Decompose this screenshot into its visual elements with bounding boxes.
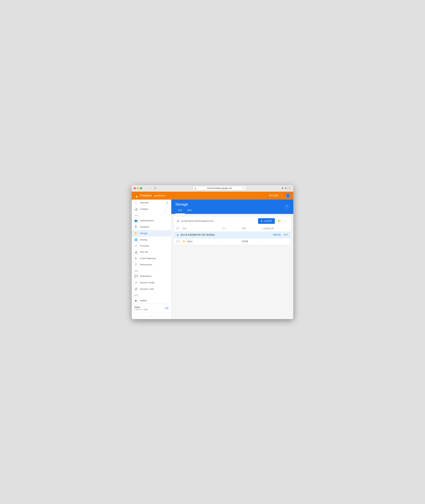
storage-icon: 📁 [134, 232, 137, 235]
sidebar-item-authentication[interactable]: 👥 Authentication [132, 217, 171, 224]
refresh-icon[interactable]: ↻ [243, 187, 244, 189]
security-alert: ★ 默认安全规则要求用户进行身份验证 了解详情 关闭 [174, 232, 291, 238]
sidebar-authentication-label: Authentication [140, 219, 153, 222]
docs-link[interactable]: 转到文档 [269, 194, 278, 197]
sidebar-admob-label: AdMob [140, 299, 147, 302]
sidebar-bottom: Spark 0 美元/月（免费） 升级 [132, 304, 171, 313]
file-name[interactable]: 📁 2017/ [182, 240, 222, 243]
firebase-logo: 🔥 Firebase [134, 194, 152, 198]
content: Storage 文件 规则 ? 🔗 gs://growth15-a8c59.ap… [171, 200, 293, 319]
upload-button[interactable]: ⬆ 上传文件 [258, 218, 275, 224]
section-label-earn: 获利 [132, 292, 171, 297]
functions-icon: {} [134, 245, 137, 247]
sidebar-crash-label: Crash Reporting [140, 257, 156, 260]
help-button[interactable]: ? [285, 204, 289, 209]
sidebar-item-overview[interactable]: ⌂ Overview ⚙ [132, 200, 171, 206]
table-header: 名称 大小 类型 上次修改日期 [174, 225, 291, 232]
alert-close-button[interactable]: 关闭 [283, 233, 288, 236]
sidebar-item-functions[interactable]: {} Functions [132, 243, 171, 249]
sidebar-database-label: Database [140, 226, 149, 228]
file-checkbox[interactable] [177, 240, 179, 243]
section-label-develop: 开发 [132, 212, 171, 217]
close-button[interactable] [134, 187, 136, 189]
maximize-button[interactable] [140, 187, 142, 189]
sidebar-item-storage[interactable]: 📁 Storage [132, 230, 171, 236]
sidebar-item-dynamic-links[interactable]: 🔗 Dynamic Links [132, 286, 171, 292]
sidebar-performance-label: Performance [140, 263, 152, 266]
main-layout: ⌂ Overview ⚙ 📊 Analytics 开发 👥 Authentica… [132, 200, 293, 319]
settings-icon[interactable]: ⚙ [166, 201, 168, 204]
new-tab-button[interactable]: + [288, 187, 291, 190]
sidebar-item-testlab[interactable]: 🔬 Test Lab [132, 249, 171, 255]
upload-label: 上传文件 [264, 220, 272, 223]
sidebar-analytics-label: Analytics [140, 208, 149, 210]
sidebar-overview-label: Overview [140, 201, 149, 204]
share-button[interactable]: ⬆ [281, 187, 284, 190]
path-icon: 🔗 [177, 220, 179, 222]
sidebar-item-analytics[interactable]: 📊 Analytics [132, 206, 171, 212]
spark-price: 0 美元/月（免费） [134, 308, 149, 311]
notifications-icon: 💬 [134, 275, 137, 278]
avatar[interactable]: 👤 [285, 193, 291, 198]
chevron-down-icon: ▾ [165, 195, 166, 197]
sidebar-storage-label: Storage [140, 232, 147, 235]
more-icon: ⋮ [284, 219, 287, 223]
project-selector[interactable]: growth15 ▾ [154, 194, 166, 197]
tab-rules[interactable]: 规则 [185, 207, 194, 214]
more-options-button[interactable]: ⋮ [284, 219, 288, 223]
alert-text: 默认安全规则要求用户进行身份验证 [181, 233, 272, 236]
titlebar-actions: ⬆ ⧉ + [281, 187, 291, 190]
admob-icon: ◉ [134, 299, 137, 302]
sidebar-notifications-label: Notifications [140, 275, 152, 277]
dynamic-links-icon: 🔗 [134, 288, 137, 291]
storage-path: gs://growth15-a8c59.appspot.com [181, 220, 256, 222]
remote-config-icon: ↺ [134, 281, 137, 284]
sidebar-functions-label: Functions [140, 245, 149, 247]
add-folder-icon: 📁 [278, 219, 281, 223]
sidebar-item-hosting[interactable]: 🌐 Hosting [132, 236, 171, 243]
back-button[interactable]: ‹ [146, 187, 148, 190]
section-label-grow: 发展 [132, 268, 171, 273]
topbar-more-icon[interactable]: ⋮ [280, 194, 283, 198]
project-name: growth15 [154, 194, 164, 197]
forward-button[interactable]: › [149, 187, 152, 190]
header-type: 类型 [242, 227, 262, 230]
sidebar-item-admob[interactable]: ◉ AdMob [132, 297, 171, 304]
spark-info: Spark 0 美元/月（免费） [134, 306, 149, 311]
page-title: Storage [175, 200, 194, 207]
address-bar[interactable]: 🔒 console.firebase.google.com ↻ [193, 186, 246, 190]
tab-files[interactable]: 文件 [175, 207, 185, 214]
storage-toolbar: 🔗 gs://growth15-a8c59.appspot.com ⬆ 上传文件… [174, 216, 291, 225]
firebase-icon: 🔥 [134, 194, 139, 198]
header-name: 名称 [182, 227, 222, 230]
row-checkbox [177, 240, 182, 243]
add-folder-button[interactable]: 📁 [277, 219, 282, 223]
sidebar-item-database[interactable]: 🗄 Database [132, 224, 171, 230]
file-table: 名称 大小 类型 上次修改日期 ★ 默认安全规则要求用户进行身份验证 了解详情 … [174, 225, 291, 245]
nav-buttons: ‹ › [146, 187, 152, 190]
analytics-icon: 📊 [134, 208, 137, 211]
sidebar-item-performance[interactable]: ⏱ Performance [132, 262, 171, 268]
sidebar-hosting-label: Hosting [140, 238, 147, 241]
star-icon: ★ [177, 233, 179, 236]
sidebar-item-notifications[interactable]: 💬 Notifications [132, 273, 171, 279]
sidebar-dynamic-links-label: Dynamic Links [140, 288, 154, 290]
upgrade-button[interactable]: 升级 [165, 307, 168, 310]
file-type: 文件夹 [242, 240, 262, 243]
learn-more-link[interactable]: 了解详情 [272, 233, 281, 236]
crash-icon: ⚙ [134, 257, 137, 260]
collapse-button[interactable]: ‹ [132, 313, 171, 319]
page-header-left: Storage 文件 规则 [175, 200, 194, 214]
minimize-button[interactable] [137, 187, 139, 189]
performance-icon: ⏱ [134, 263, 137, 266]
avatar-icon: 👤 [286, 194, 290, 197]
duplicate-button[interactable]: ⧉ [285, 187, 287, 190]
sidebar-item-remote-config[interactable]: ↺ Remote Config [132, 279, 171, 286]
header-modified: 上次修改日期 [262, 227, 288, 230]
app: 🔥 Firebase growth15 ▾ 转到文档 ⋮ 👤 ⌂ Overvie… [132, 192, 293, 319]
spark-plan: Spark [134, 306, 149, 308]
view-button[interactable]: ⊡ [153, 187, 157, 190]
select-all-checkbox[interactable] [177, 227, 179, 229]
sidebar-item-crash-reporting[interactable]: ⚙ Crash Reporting [132, 255, 171, 262]
storage-content: 🔗 gs://growth15-a8c59.appspot.com ⬆ 上传文件… [171, 214, 293, 319]
